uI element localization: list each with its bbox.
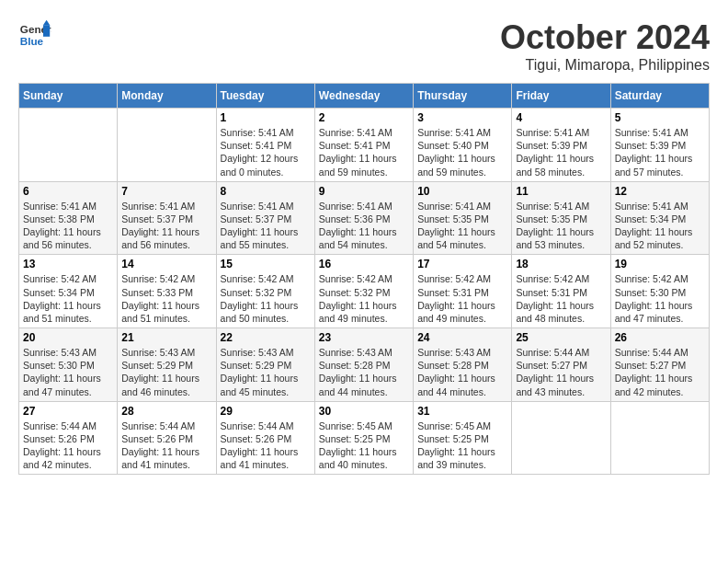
day-number: 11	[516, 185, 606, 198]
cell-content: Sunrise: 5:41 AM Sunset: 5:40 PM Dayligh…	[417, 126, 507, 178]
svg-text:Blue: Blue	[20, 35, 44, 47]
day-number: 28	[121, 405, 211, 418]
calendar-cell: 1Sunrise: 5:41 AM Sunset: 5:41 PM Daylig…	[216, 109, 314, 182]
svg-marker-2	[43, 25, 50, 37]
calendar-table: SundayMondayTuesdayWednesdayThursdayFrid…	[18, 83, 710, 475]
cell-content: Sunrise: 5:44 AM Sunset: 5:26 PM Dayligh…	[121, 419, 211, 472]
day-number: 31	[417, 405, 507, 418]
day-number: 24	[417, 331, 507, 344]
day-number: 10	[417, 185, 507, 198]
cell-content: Sunrise: 5:41 AM Sunset: 5:34 PM Dayligh…	[615, 200, 705, 252]
day-number: 22	[221, 331, 311, 344]
day-header-monday: Monday	[118, 84, 216, 109]
day-number: 21	[121, 331, 211, 344]
calendar-cell: 20Sunrise: 5:43 AM Sunset: 5:30 PM Dayli…	[19, 328, 118, 402]
day-number: 29	[221, 405, 311, 418]
calendar-week-3: 13Sunrise: 5:42 AM Sunset: 5:34 PM Dayli…	[19, 255, 710, 328]
calendar-week-2: 6Sunrise: 5:41 AM Sunset: 5:38 PM Daylig…	[19, 181, 710, 255]
day-number: 4	[516, 111, 606, 124]
calendar-cell: 23Sunrise: 5:43 AM Sunset: 5:28 PM Dayli…	[314, 328, 413, 402]
cell-content: Sunrise: 5:42 AM Sunset: 5:33 PM Dayligh…	[121, 272, 211, 325]
calendar-cell: 5Sunrise: 5:41 AM Sunset: 5:39 PM Daylig…	[610, 109, 709, 182]
cell-content: Sunrise: 5:41 AM Sunset: 5:38 PM Dayligh…	[23, 200, 113, 252]
calendar-cell: 18Sunrise: 5:42 AM Sunset: 5:31 PM Dayli…	[512, 255, 610, 328]
calendar-cell: 16Sunrise: 5:42 AM Sunset: 5:32 PM Dayli…	[314, 255, 413, 328]
calendar-cell: 8Sunrise: 5:41 AM Sunset: 5:37 PM Daylig…	[216, 181, 314, 255]
calendar-week-1: 1Sunrise: 5:41 AM Sunset: 5:41 PM Daylig…	[19, 109, 710, 182]
day-number: 30	[319, 405, 409, 418]
calendar-cell: 29Sunrise: 5:44 AM Sunset: 5:26 PM Dayli…	[216, 401, 314, 475]
day-number: 20	[23, 331, 113, 344]
calendar-cell	[19, 109, 118, 182]
logo-icon: General Blue	[18, 18, 51, 52]
day-number: 6	[23, 185, 113, 198]
cell-content: Sunrise: 5:45 AM Sunset: 5:25 PM Dayligh…	[417, 419, 507, 472]
day-number: 15	[221, 258, 311, 270]
day-number: 1	[221, 111, 311, 124]
calendar-cell	[118, 109, 216, 182]
day-number: 18	[516, 258, 606, 270]
cell-content: Sunrise: 5:43 AM Sunset: 5:28 PM Dayligh…	[417, 346, 507, 398]
day-header-friday: Friday	[512, 84, 610, 109]
calendar-cell: 2Sunrise: 5:41 AM Sunset: 5:41 PM Daylig…	[314, 109, 413, 182]
day-number: 16	[319, 258, 409, 270]
day-number: 27	[23, 405, 113, 418]
cell-content: Sunrise: 5:43 AM Sunset: 5:30 PM Dayligh…	[23, 346, 113, 398]
calendar-cell: 19Sunrise: 5:42 AM Sunset: 5:30 PM Dayli…	[610, 255, 709, 328]
day-number: 2	[319, 111, 409, 124]
day-number: 5	[615, 111, 705, 124]
day-header-thursday: Thursday	[414, 84, 512, 109]
calendar-cell: 22Sunrise: 5:43 AM Sunset: 5:29 PM Dayli…	[216, 328, 314, 402]
calendar-cell: 11Sunrise: 5:41 AM Sunset: 5:35 PM Dayli…	[512, 181, 610, 255]
location-subtitle: Tigui, Mimaropa, Philippines	[500, 57, 710, 74]
cell-content: Sunrise: 5:41 AM Sunset: 5:35 PM Dayligh…	[417, 200, 507, 252]
calendar-cell: 24Sunrise: 5:43 AM Sunset: 5:28 PM Dayli…	[414, 328, 512, 402]
day-number: 7	[121, 185, 211, 198]
day-number: 19	[615, 258, 705, 270]
calendar-cell: 25Sunrise: 5:44 AM Sunset: 5:27 PM Dayli…	[512, 328, 610, 402]
cell-content: Sunrise: 5:42 AM Sunset: 5:31 PM Dayligh…	[516, 272, 606, 325]
calendar-cell: 21Sunrise: 5:43 AM Sunset: 5:29 PM Dayli…	[118, 328, 216, 402]
day-header-saturday: Saturday	[610, 84, 709, 109]
logo: General Blue	[18, 18, 51, 52]
cell-content: Sunrise: 5:43 AM Sunset: 5:29 PM Dayligh…	[121, 346, 211, 398]
calendar-cell: 27Sunrise: 5:44 AM Sunset: 5:26 PM Dayli…	[19, 401, 118, 475]
cell-content: Sunrise: 5:41 AM Sunset: 5:35 PM Dayligh…	[516, 200, 606, 252]
calendar-cell: 31Sunrise: 5:45 AM Sunset: 5:25 PM Dayli…	[414, 401, 512, 475]
cell-content: Sunrise: 5:41 AM Sunset: 5:36 PM Dayligh…	[319, 200, 409, 252]
calendar-cell: 15Sunrise: 5:42 AM Sunset: 5:32 PM Dayli…	[216, 255, 314, 328]
day-number: 12	[615, 185, 705, 198]
cell-content: Sunrise: 5:42 AM Sunset: 5:32 PM Dayligh…	[221, 272, 311, 325]
calendar-cell: 3Sunrise: 5:41 AM Sunset: 5:40 PM Daylig…	[414, 109, 512, 182]
calendar-header-row: SundayMondayTuesdayWednesdayThursdayFrid…	[19, 84, 710, 109]
cell-content: Sunrise: 5:42 AM Sunset: 5:31 PM Dayligh…	[417, 272, 507, 325]
calendar-cell	[610, 401, 709, 475]
cell-content: Sunrise: 5:41 AM Sunset: 5:37 PM Dayligh…	[221, 200, 311, 252]
day-number: 14	[121, 258, 211, 270]
calendar-cell: 14Sunrise: 5:42 AM Sunset: 5:33 PM Dayli…	[118, 255, 216, 328]
month-title: October 2024	[500, 18, 710, 57]
cell-content: Sunrise: 5:44 AM Sunset: 5:26 PM Dayligh…	[23, 419, 113, 472]
calendar-cell: 7Sunrise: 5:41 AM Sunset: 5:37 PM Daylig…	[118, 181, 216, 255]
calendar-week-5: 27Sunrise: 5:44 AM Sunset: 5:26 PM Dayli…	[19, 401, 710, 475]
calendar-cell: 10Sunrise: 5:41 AM Sunset: 5:35 PM Dayli…	[414, 181, 512, 255]
cell-content: Sunrise: 5:44 AM Sunset: 5:27 PM Dayligh…	[516, 346, 606, 398]
day-number: 25	[516, 331, 606, 344]
page-header: General Blue October 2024 Tigui, Mimarop…	[18, 18, 710, 74]
day-header-tuesday: Tuesday	[216, 84, 314, 109]
title-block: October 2024 Tigui, Mimaropa, Philippine…	[500, 18, 710, 74]
day-number: 9	[319, 185, 409, 198]
calendar-cell: 30Sunrise: 5:45 AM Sunset: 5:25 PM Dayli…	[314, 401, 413, 475]
cell-content: Sunrise: 5:42 AM Sunset: 5:34 PM Dayligh…	[23, 272, 113, 325]
cell-content: Sunrise: 5:42 AM Sunset: 5:30 PM Dayligh…	[615, 272, 705, 325]
calendar-cell: 6Sunrise: 5:41 AM Sunset: 5:38 PM Daylig…	[19, 181, 118, 255]
cell-content: Sunrise: 5:43 AM Sunset: 5:29 PM Dayligh…	[221, 346, 311, 398]
day-number: 8	[221, 185, 311, 198]
cell-content: Sunrise: 5:41 AM Sunset: 5:39 PM Dayligh…	[516, 126, 606, 178]
day-header-sunday: Sunday	[19, 84, 118, 109]
cell-content: Sunrise: 5:45 AM Sunset: 5:25 PM Dayligh…	[319, 419, 409, 472]
cell-content: Sunrise: 5:41 AM Sunset: 5:37 PM Dayligh…	[121, 200, 211, 252]
calendar-week-4: 20Sunrise: 5:43 AM Sunset: 5:30 PM Dayli…	[19, 328, 710, 402]
day-number: 13	[23, 258, 113, 270]
calendar-cell: 26Sunrise: 5:44 AM Sunset: 5:27 PM Dayli…	[610, 328, 709, 402]
